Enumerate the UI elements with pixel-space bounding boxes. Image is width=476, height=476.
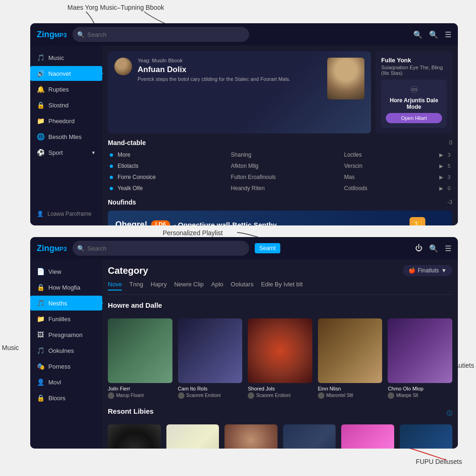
bottom-search-input[interactable] — [87, 245, 245, 252]
sidebar-item-porness[interactable]: 🎭 Porness — [30, 359, 102, 374]
row-play-icon[interactable]: ▶ — [439, 152, 443, 158]
menu-icon[interactable]: ☰ — [445, 244, 451, 253]
music-card — [166, 424, 219, 449]
sidebar-bottom-label: Loawa Paroframe — [47, 211, 92, 217]
music-thumbnail[interactable] — [108, 318, 172, 383]
bottom-logo: ZingMP3 — [37, 244, 67, 253]
power-icon[interactable]: ⏻ — [415, 244, 423, 252]
top-header: ZingMP3 🔍 🔍 🔍 ☰ — [30, 23, 458, 46]
hero-desc: Pverick steps the botol cary ctilding fo… — [138, 76, 322, 82]
sidebar-item-sport[interactable]: ⚽ Sport ▼ — [30, 145, 102, 160]
music-thumbnail[interactable] — [341, 424, 394, 449]
tab-newre-clip[interactable]: Newre Clip — [174, 281, 204, 291]
top-sidebar: 🎵 Music 🔊 Naonvet 🔔 Rupties 🔒 Slostnd 📁 … — [30, 46, 102, 225]
artist-avatar — [318, 392, 324, 399]
row-play-icon[interactable]: ▶ — [439, 174, 443, 180]
row-artist: Shaning — [231, 152, 340, 158]
chevron-down-icon: ▼ — [441, 267, 447, 274]
music-card-artist: Scaonre Erotioni — [248, 392, 312, 399]
table-count: 0 — [449, 139, 452, 146]
music-thumbnail[interactable] — [248, 318, 312, 383]
tab-aplo[interactable]: Aplo — [211, 281, 223, 291]
artist-avatar — [108, 392, 114, 399]
sidebar-item-ookulnes[interactable]: 🎵 Ookulnes — [30, 343, 102, 358]
resont-libies-more[interactable]: ⓘ — [447, 410, 452, 417]
sidebar-label-movl: Movl — [48, 379, 61, 386]
sidebar-item-besoth[interactable]: 🌐 Besoth Mles — [30, 129, 102, 144]
music-thumbnail[interactable] — [318, 318, 383, 383]
table-row: Forre Conosice Fulton Eroafinouls Mas ▶ … — [108, 172, 452, 183]
search-icon-2[interactable]: 🔍 — [429, 30, 438, 39]
hero-photo-image — [327, 58, 364, 99]
sidebar-label-besoth: Besoth Mles — [48, 133, 82, 140]
sidebar-item-bloors[interactable]: 🔒 Bloors — [30, 390, 102, 405]
presgnamon-icon: 🖼 — [37, 331, 44, 338]
music-thumbnail[interactable] — [178, 318, 243, 383]
artist-name: Scaonre Erotioni — [256, 393, 291, 398]
banner-subtitle: - Opnectiure wall-Bettic Senthy — [174, 221, 277, 226]
magnify-icon[interactable]: 🔍 — [413, 30, 423, 39]
thumb-image — [225, 424, 278, 449]
table-row: Yealk Olfe Heandy Riten Cotlloods ▶ 0 — [108, 183, 452, 194]
sidebar-item-view[interactable]: 📄 View — [30, 264, 102, 279]
music-thumbnail[interactable] — [400, 424, 453, 449]
besoth-icon: 🌐 — [37, 133, 44, 140]
row-artist: Fulton Eroafinouls — [231, 174, 340, 180]
search-icon-2[interactable]: 🔍 — [429, 244, 438, 253]
bottom-body: 📄 View 🔒 How Mogfia 🎵 Nesths 📁 Funiilles… — [30, 259, 458, 449]
upgrade-icon: ♾ — [386, 84, 442, 95]
music-thumbnail[interactable] — [166, 424, 219, 449]
sidebar-item-nesths[interactable]: 🎵 Nesths — [30, 296, 102, 311]
table-row: More Shaning Loctles ▶ 3 — [108, 149, 452, 160]
bottom-sidebar: 📄 View 🔒 How Mogfia 🎵 Nesths 📁 Funiilles… — [30, 259, 102, 449]
sidebar-item-rupties[interactable]: 🔔 Rupties — [30, 82, 102, 97]
row-name: Forre Conosice — [118, 174, 226, 180]
resont-libies-header: Resont Libies ⓘ — [108, 407, 452, 420]
sidebar-item-slostnd[interactable]: 🔒 Slostnd — [30, 98, 102, 112]
music-card: Cam Ito Rols Scaonre Erotioni — [178, 318, 243, 399]
row-play-icon[interactable]: ▶ — [439, 185, 443, 192]
top-main: Yeag: Musiln Bbook Anfuan Dolix Pverick … — [102, 46, 458, 225]
sidebar-item-how-mogfia[interactable]: 🔒 How Mogfia — [30, 280, 102, 295]
top-search-bar[interactable]: 🔍 — [73, 27, 249, 42]
row-play-icon[interactable]: ▶ — [439, 163, 443, 169]
music-thumbnail[interactable] — [225, 424, 278, 449]
sidebar-item-music[interactable]: 🎵 Music — [30, 50, 102, 65]
sidebar-item-pheedord[interactable]: 📁 Pheedord — [30, 113, 102, 128]
tab-oolutars[interactable]: Oolutars — [231, 281, 253, 291]
sidebar-item-presgnamon[interactable]: 🖼 Presgnamon — [30, 327, 102, 342]
thumb-image — [400, 424, 453, 449]
artist-name: Marup Floant — [116, 393, 144, 398]
upgrade-button[interactable]: Open Hliart — [386, 113, 442, 123]
top-search-input[interactable] — [87, 31, 245, 38]
hero-text: Yeag: Musiln Bbook Anfuan Dolix Pverick … — [138, 58, 322, 82]
music-card — [225, 424, 278, 449]
sidebar-item-movl[interactable]: 👤 Movl — [30, 375, 102, 390]
tab-nove[interactable]: Nove — [108, 281, 122, 291]
row-album: Cotlloods — [344, 185, 435, 192]
bottom-screen: ZingMP3 🔍 Searnt ⏻ 🔍 ☰ 📄 View 🔒 How Mogf… — [30, 237, 458, 449]
top-screen: ZingMP3 🔍 🔍 🔍 ☰ 🎵 Music 🔊 Naonvet 🔔 — [30, 23, 458, 225]
top-table-section: Mand-ctable 0 More Shaning Loctles ▶ 3 E… — [108, 139, 452, 194]
music-thumbnail[interactable] — [108, 424, 161, 449]
sidebar-item-naonvet[interactable]: 🔊 Naonvet — [30, 66, 102, 81]
menu-icon[interactable]: ☰ — [445, 30, 451, 39]
row-album: Mas — [344, 174, 435, 180]
row-dot — [110, 153, 113, 157]
music-thumbnail[interactable] — [283, 424, 336, 449]
row-time: 0 — [448, 185, 450, 191]
bottom-search-bar[interactable]: 🔍 — [73, 241, 249, 256]
tab-edle[interactable]: Edle By Ivlet blt — [261, 281, 303, 291]
artist-name: Scaonre Erotioni — [186, 393, 221, 398]
filter-button[interactable]: 🍎 Finatluts ▼ — [403, 265, 452, 276]
hero-photo — [327, 58, 364, 99]
sidebar-item-funiilles[interactable]: 📁 Funiilles — [30, 311, 102, 326]
music-thumbnail[interactable] — [388, 318, 452, 383]
sidebar-label-presgnamon: Presgnamon — [48, 331, 83, 338]
apple-icon: 🍎 — [409, 267, 416, 274]
howre-dalle-title: Howre and Dalle — [108, 301, 162, 309]
side-info-sub: Suiaqnation Eye The, Bling (Ilis Stas) — [381, 65, 447, 76]
tab-tnng[interactable]: Tnng — [129, 281, 143, 291]
search-button[interactable]: Searnt — [255, 243, 280, 253]
tab-hapry[interactable]: Hapry — [151, 281, 167, 291]
